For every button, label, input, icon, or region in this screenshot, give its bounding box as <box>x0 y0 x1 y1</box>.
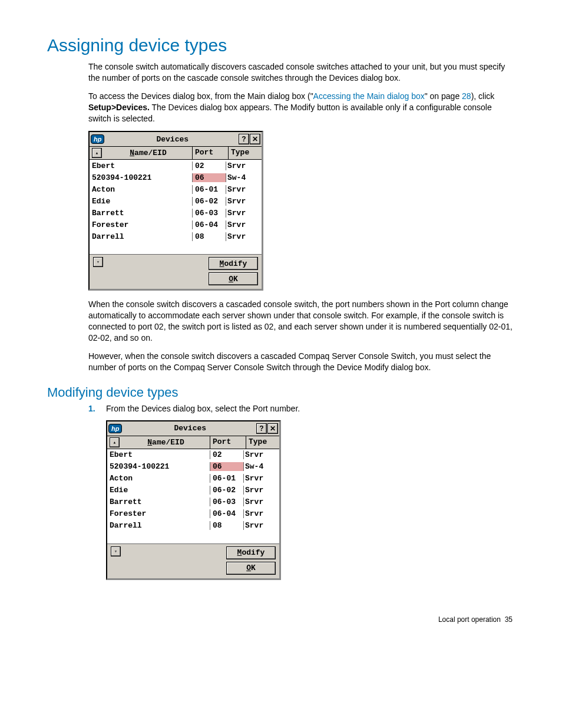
cell-type: Srvr <box>226 185 262 194</box>
footer-page-number: 35 <box>505 615 513 624</box>
hp-logo-icon: hp <box>108 424 122 433</box>
cell-type: Srvr <box>244 486 279 495</box>
cell-name: Acton <box>107 474 210 483</box>
cell-type: Srvr <box>244 509 279 518</box>
cell-name: Forester <box>107 509 210 518</box>
cell-port: 06-02 <box>210 486 244 495</box>
col-name-label: Name/EID <box>104 149 192 157</box>
p2-mid: " on page <box>425 91 462 101</box>
cell-port: 06-03 <box>193 209 226 218</box>
col-port-label: Port <box>210 436 246 449</box>
cell-name: Ebert <box>107 450 210 459</box>
hp-logo-icon: hp <box>91 134 104 144</box>
heading-modifying: Modifying device types <box>47 385 515 400</box>
cell-name: Darrell <box>90 232 193 241</box>
modify-button[interactable]: Modify <box>209 257 258 270</box>
help-button[interactable]: ? <box>239 134 249 144</box>
cell-name: Forester <box>90 220 193 229</box>
table-row[interactable]: Darrell08Srvr <box>107 520 279 532</box>
table-row[interactable]: Forester06-04Srvr <box>90 219 262 230</box>
cell-type: Srvr <box>244 450 279 459</box>
page-footer: Local port operation 35 <box>47 615 515 624</box>
table-header: ▴ Name/EID Port Type <box>107 436 279 449</box>
step-1-number: 1. <box>88 404 106 413</box>
cell-name: Barrett <box>107 498 210 506</box>
step-1-text: From the Devices dialog box, select the … <box>106 404 515 413</box>
scroll-down-icon[interactable]: ▾ <box>93 257 103 267</box>
devices-dialog-2: hp Devices ? ✕ ▴ Name/EID Port Type Eber… <box>106 420 281 580</box>
cell-name: Ebert <box>90 162 193 170</box>
heading-assigning: Assigning device types <box>47 35 515 55</box>
cell-name: Edie <box>90 197 193 206</box>
cell-port: 06-04 <box>210 509 244 518</box>
modify-button[interactable]: Modify <box>226 546 276 559</box>
cell-type: Srvr <box>244 521 279 530</box>
page-28-link[interactable]: 28 <box>462 91 471 101</box>
dialog-titlebar: hp Devices ? ✕ <box>107 421 279 436</box>
cell-name: 520394-100221 <box>90 173 193 182</box>
table-row[interactable]: Edie06-02Srvr <box>107 485 279 496</box>
devices-dialog: hp Devices ? ✕ ▴ Name/EID Port Type Eber… <box>88 131 263 291</box>
scroll-down-icon[interactable]: ▾ <box>111 546 121 556</box>
table-row-empty <box>107 532 279 543</box>
close-button[interactable]: ✕ <box>250 134 260 144</box>
intro-para-2: To access the Devices dialog box, from t… <box>88 91 515 124</box>
footer-section: Local port operation <box>438 615 501 624</box>
ok-button[interactable]: OK <box>226 562 276 575</box>
table-row[interactable]: 520394-10022106Sw-4 <box>107 461 279 473</box>
main-dialog-link[interactable]: Accessing the Main dialog box <box>313 91 425 101</box>
cell-type: Srvr <box>244 498 279 506</box>
cell-type: Srvr <box>226 162 262 170</box>
cell-type: Srvr <box>226 197 262 206</box>
cell-port: 02 <box>193 162 226 170</box>
col-type-label: Type <box>229 147 262 159</box>
p2-pre: To access the Devices dialog box, from t… <box>88 91 313 101</box>
cell-name: Acton <box>90 185 193 194</box>
dialog-title: Devices <box>107 135 238 144</box>
table-row[interactable]: Barrett06-03Srvr <box>107 496 279 508</box>
cell-port: 08 <box>193 232 226 241</box>
device-list: Ebert02Srvr520394-10022106Sw-4Acton06-01… <box>90 160 262 254</box>
table-row[interactable]: Acton06-01Srvr <box>107 473 279 485</box>
cell-name: Barrett <box>90 209 193 218</box>
sort-up-icon[interactable]: ▴ <box>92 148 102 158</box>
intro-para-1: The console switch automatically discove… <box>88 61 515 84</box>
table-row-empty <box>90 242 262 254</box>
cell-port: 08 <box>210 521 244 530</box>
table-row[interactable]: Barrett06-03Srvr <box>90 207 262 219</box>
device-list: Ebert02Srvr520394-10022106Sw-4Acton06-01… <box>107 449 279 543</box>
table-row[interactable]: Acton06-01Srvr <box>90 183 262 195</box>
ok-button[interactable]: OK <box>209 272 258 285</box>
cell-port: 06-01 <box>210 474 244 483</box>
cell-port: 06-01 <box>193 185 226 194</box>
close-button[interactable]: ✕ <box>267 423 278 434</box>
setup-devices-bold: Setup>Devices. <box>88 103 150 112</box>
table-row[interactable]: Ebert02Srvr <box>90 160 262 172</box>
col-type-label: Type <box>246 436 279 449</box>
col-name-label: Name/EID <box>122 438 210 447</box>
cell-name: 520394-100221 <box>107 462 210 471</box>
table-header: ▴ Name/EID Port Type <box>90 147 262 160</box>
cell-port: 06-04 <box>193 220 226 229</box>
cell-type: Sw-4 <box>244 462 279 471</box>
help-button[interactable]: ? <box>256 423 267 434</box>
explain-para-1: When the console switch discovers a casc… <box>88 299 515 344</box>
cell-name: Edie <box>107 486 210 495</box>
table-row[interactable]: Edie06-02Srvr <box>90 195 262 207</box>
table-row[interactable]: Ebert02Srvr <box>107 449 279 461</box>
cell-port: 06-02 <box>193 197 226 206</box>
dialog-title: Devices <box>124 424 256 433</box>
table-row[interactable]: 520394-10022106Sw-4 <box>90 172 262 183</box>
cell-port: 06 <box>210 462 244 471</box>
sort-up-icon[interactable]: ▴ <box>110 437 120 447</box>
cell-port: 02 <box>210 450 244 459</box>
explain-para-2: However, when the console switch discove… <box>88 351 515 373</box>
table-row[interactable]: Darrell08Srvr <box>90 230 262 242</box>
cell-type: Srvr <box>226 209 262 218</box>
table-row[interactable]: Forester06-04Srvr <box>107 508 279 520</box>
p2-after: ), click <box>471 91 495 101</box>
cell-type: Srvr <box>226 232 262 241</box>
cell-type: Sw-4 <box>226 173 262 182</box>
cell-type: Srvr <box>244 474 279 483</box>
cell-type: Srvr <box>226 220 262 229</box>
